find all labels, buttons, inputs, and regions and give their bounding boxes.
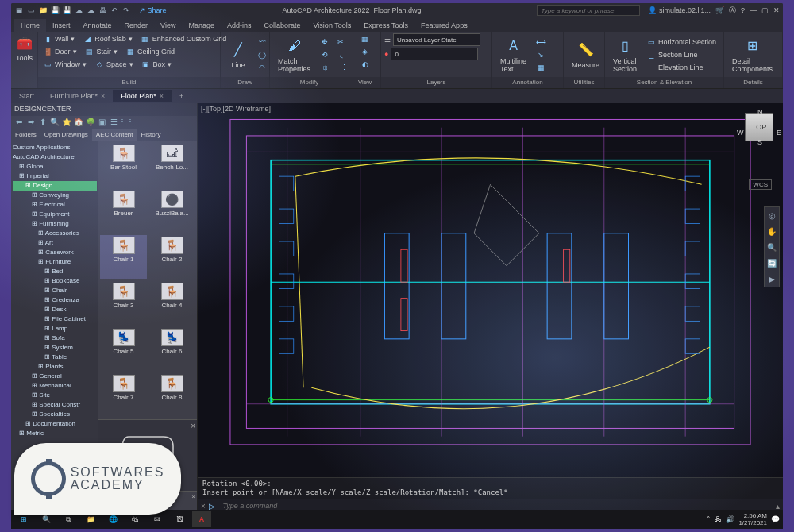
catalog-item[interactable]: 🪑Chair 3	[100, 281, 147, 326]
elevation-line-button[interactable]: ⎯Elevation Line	[645, 62, 718, 73]
viewcube-face[interactable]: TOP	[745, 113, 773, 141]
tree-node[interactable]: ⊞ Bookcase	[13, 276, 97, 286]
tree-node[interactable]: ⊞ Global	[13, 162, 97, 172]
tree-node[interactable]: ⊞ Casework	[13, 248, 97, 257]
tab-furniture-plan[interactable]: Furniture Plan*×	[42, 90, 113, 102]
app-menu-icon[interactable]: ▣	[14, 6, 24, 15]
array-button[interactable]: ⋮⋮	[334, 62, 347, 73]
catalog-item[interactable]: 🪑Chair 2	[148, 235, 195, 279]
ribbon-tab-annotate[interactable]: Annotate	[77, 19, 118, 32]
fillet-button[interactable]: ◟	[334, 49, 347, 60]
wcs-label[interactable]: WCS	[749, 179, 772, 190]
viewcube[interactable]: N W E TOP S	[745, 111, 773, 143]
tree-node[interactable]: ⊞ Metric	[13, 429, 97, 438]
ribbon-tab-manage[interactable]: Manage	[182, 19, 221, 32]
view-style-button[interactable]: ◐	[359, 59, 372, 70]
dc-search-icon[interactable]: 🔍	[49, 117, 60, 127]
tree-node[interactable]: AutoCAD Architecture	[13, 152, 97, 162]
tree-node[interactable]: ⊞ Design	[13, 181, 97, 191]
plot-icon[interactable]: 🖶	[98, 6, 107, 15]
ribbon-tab-collaborate[interactable]: Collaborate	[258, 19, 307, 32]
catalog-item[interactable]: ⚫BuzziBala...	[148, 189, 195, 233]
palette-tab-history[interactable]: History	[137, 129, 165, 141]
arc-button[interactable]: ◠	[256, 62, 268, 73]
descr-close-icon[interactable]: ×	[191, 493, 195, 500]
leader-button[interactable]: ↘	[534, 49, 547, 60]
ribbon-tab-add-ins[interactable]: Add-ins	[221, 19, 258, 32]
photos-button[interactable]: 🖼	[170, 511, 189, 527]
trim-button[interactable]: ✂	[334, 37, 347, 48]
tree-node[interactable]: Custom Applications	[13, 143, 97, 152]
tree-node[interactable]: ⊞ Plants	[13, 362, 97, 372]
dc-tree-icon[interactable]: 🌳	[85, 117, 95, 127]
palette-tab-folders[interactable]: Folders	[11, 129, 40, 141]
current-layer-input[interactable]	[391, 48, 478, 60]
tab-floor-plan[interactable]: Floor Plan*×	[113, 90, 172, 102]
panel-section-label[interactable]: Section & Elevation	[605, 77, 723, 88]
tab-start[interactable]: Start	[11, 90, 42, 102]
rotate-button[interactable]: ⟲	[318, 49, 331, 60]
catalog-item[interactable]: 🛋Bench-Lo...	[148, 143, 195, 187]
undo-icon[interactable]: ↶	[110, 6, 119, 15]
catalog-item[interactable]: 🪑Bar Stool	[100, 143, 147, 187]
tray-chevron-icon[interactable]: ˄	[707, 515, 711, 523]
panel-annotation-label[interactable]: Annotation	[492, 77, 563, 88]
catalog-item[interactable]: 🪑Chair 1	[100, 235, 147, 279]
vsection-button[interactable]: ▯Vertical Section	[608, 35, 642, 75]
tree-node[interactable]: ⊞ System	[13, 343, 97, 353]
tree-node[interactable]: ⊞ Sofa	[13, 333, 97, 343]
dc-up-icon[interactable]: ⬆	[37, 117, 48, 127]
tree-node[interactable]: ⊞ Furnishing	[13, 219, 97, 229]
catalog-item[interactable]: 💺Chair 6	[148, 327, 195, 372]
measure-button[interactable]: 📏Measure	[567, 39, 604, 71]
panel-utilities-label[interactable]: Utilities	[564, 77, 604, 88]
panel-modify-label[interactable]: Modify	[270, 77, 349, 88]
autodesk-app-icon[interactable]: Ⓐ	[729, 6, 736, 16]
tools-button[interactable]: 🧰Tools	[11, 32, 37, 64]
dc-fav-icon[interactable]: ⭐	[61, 117, 71, 127]
polyline-button[interactable]: 〰	[256, 37, 268, 48]
new-tab-button[interactable]: +	[172, 90, 191, 102]
dc-fwd-icon[interactable]: ➡	[25, 117, 36, 127]
door-button[interactable]: 🚪Door ▾	[41, 46, 79, 57]
table-button[interactable]: ▦	[534, 62, 547, 73]
tree-node[interactable]: ⊞ Accessories	[13, 229, 97, 238]
catalog-item[interactable]: 🪑Chair 7	[100, 373, 147, 418]
preview-close-icon[interactable]: ×	[191, 422, 195, 430]
full-nav-wheel-icon[interactable]: ◎	[765, 207, 779, 223]
catalog-item[interactable]: 🪑Chair 4	[148, 281, 195, 326]
help-search-input[interactable]	[537, 5, 640, 16]
tree-node[interactable]: ⊞ Credenza	[13, 295, 97, 305]
tree-node[interactable]: ⊞ Furniture	[13, 257, 97, 267]
tree-node[interactable]: ⊞ Lamp	[13, 324, 97, 333]
dc-catalog[interactable]: 🪑Bar Stool🛋Bench-Lo...🪑Breuer⚫BuzziBala.…	[98, 141, 197, 419]
palette-tab-open-drawings[interactable]: Open Drawings	[40, 129, 92, 141]
tree-node[interactable]: ⊞ Desk	[13, 305, 97, 314]
cloud-save-icon[interactable]: ☁	[86, 6, 95, 15]
catalog-item[interactable]: 💺Chair 5	[100, 327, 147, 372]
ribbon-tab-vision-tools[interactable]: Vision Tools	[307, 19, 358, 32]
tree-node[interactable]: ⊞ Chair	[13, 286, 97, 295]
window-button[interactable]: ▭Window ▾	[41, 59, 88, 70]
tree-node[interactable]: ⊞ Table	[13, 353, 97, 362]
cmd-menu-icon[interactable]: ▴	[776, 502, 780, 511]
new-icon[interactable]: ▭	[26, 6, 36, 15]
app-store-icon[interactable]: 🛒	[715, 6, 724, 14]
tree-node[interactable]: ⊞ Mechanical	[13, 381, 97, 391]
mirror-button[interactable]: ⎅	[318, 62, 331, 73]
close-tab-icon[interactable]: ×	[101, 92, 105, 100]
layer-prop-icon[interactable]: ☰	[384, 36, 391, 44]
space-button[interactable]: ◇Space ▾	[93, 59, 135, 70]
tree-node[interactable]: ⊞ File Cabinet	[13, 314, 97, 324]
orbit-icon[interactable]: 🔄	[765, 255, 779, 271]
zoom-extents-icon[interactable]: 🔍	[765, 239, 779, 255]
catalog-item[interactable]: 🪑Breuer	[100, 189, 147, 233]
dc-preview-icon[interactable]: ▣	[97, 117, 107, 127]
dim-button[interactable]: ⟷	[534, 37, 547, 48]
cmd-close-icon[interactable]: ×	[201, 502, 206, 511]
move-button[interactable]: ✥	[318, 37, 331, 48]
circle-button[interactable]: ◯	[256, 49, 268, 60]
tree-node[interactable]: ⊞ Site	[13, 391, 97, 400]
ribbon-tab-featured-apps[interactable]: Featured Apps	[414, 19, 474, 32]
ribbon-tab-render[interactable]: Render	[118, 19, 155, 32]
